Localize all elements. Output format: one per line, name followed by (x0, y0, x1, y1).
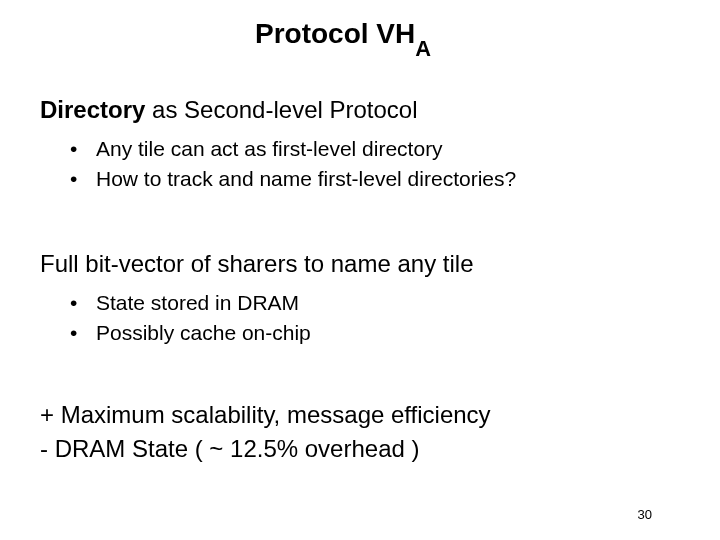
title-main: Protocol VH (255, 18, 415, 49)
list-item: How to track and name first-level direct… (70, 164, 516, 194)
section2-text: Full bit-vector of sharers to name any t… (40, 250, 474, 277)
section-heading-1: Directory as Second-level Protocol (40, 96, 418, 124)
list-item: State stored in DRAM (70, 288, 311, 318)
page-number: 30 (638, 507, 652, 522)
section1-rest: as Second-level Protocol (145, 96, 417, 123)
plus-line: + Maximum scalability, message efficienc… (40, 398, 491, 432)
section1-bold: Directory (40, 96, 145, 123)
slide-title: Protocol VHA (0, 18, 720, 56)
bullet-list-1: Any tile can act as first-level director… (70, 134, 516, 195)
list-item: Possibly cache on-chip (70, 318, 311, 348)
section-heading-2: Full bit-vector of sharers to name any t… (40, 250, 474, 278)
minus-line: - DRAM State ( ~ 12.5% overhead ) (40, 432, 491, 466)
slide: Protocol VHA Directory as Second-level P… (0, 0, 720, 540)
plus-minus-block: + Maximum scalability, message efficienc… (40, 398, 491, 465)
bullet-list-2: State stored in DRAM Possibly cache on-c… (70, 288, 311, 349)
title-subscript: A (415, 36, 431, 61)
list-item: Any tile can act as first-level director… (70, 134, 516, 164)
